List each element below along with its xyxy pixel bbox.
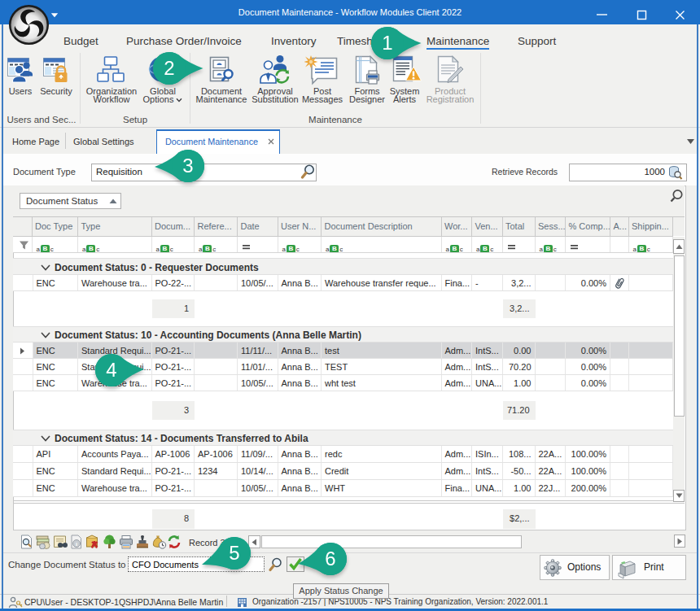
svg-text:3: 3 — [182, 155, 193, 177]
svg-text:1: 1 — [382, 32, 392, 54]
svg-text:6: 6 — [325, 548, 335, 570]
svg-text:i: i — [76, 541, 77, 548]
svg-text:2: 2 — [164, 57, 174, 79]
svg-text:5: 5 — [229, 542, 239, 564]
svg-text:4: 4 — [106, 359, 116, 381]
